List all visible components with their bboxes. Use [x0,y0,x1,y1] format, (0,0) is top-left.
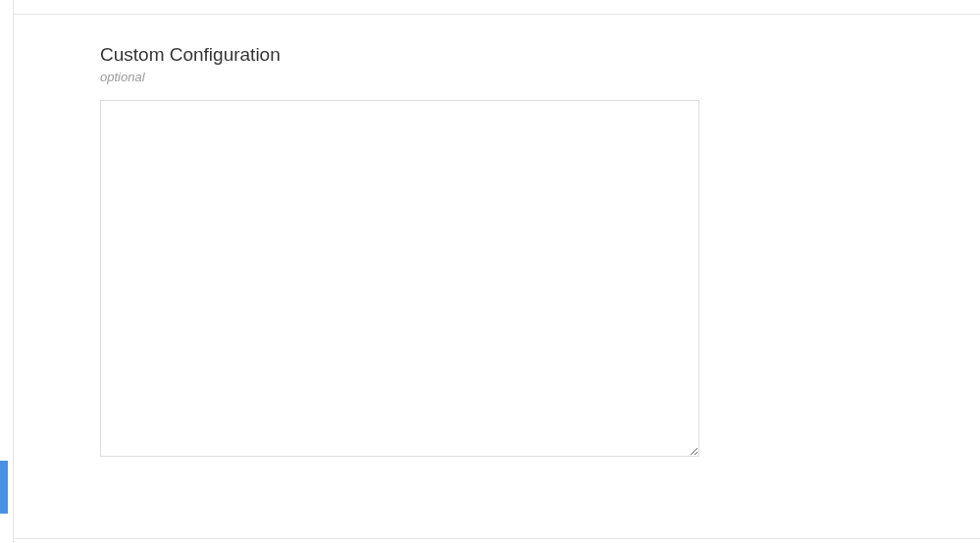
main-content: Custom Configuration optional [14,0,980,543]
divider-bottom [14,538,980,539]
custom-configuration-section: Custom Configuration optional [100,43,701,457]
active-nav-indicator [0,461,8,514]
divider-top [14,14,980,15]
custom-configuration-textarea[interactable] [100,100,699,457]
section-subtitle: optional [100,70,701,84]
section-title: Custom Configuration [100,43,701,68]
